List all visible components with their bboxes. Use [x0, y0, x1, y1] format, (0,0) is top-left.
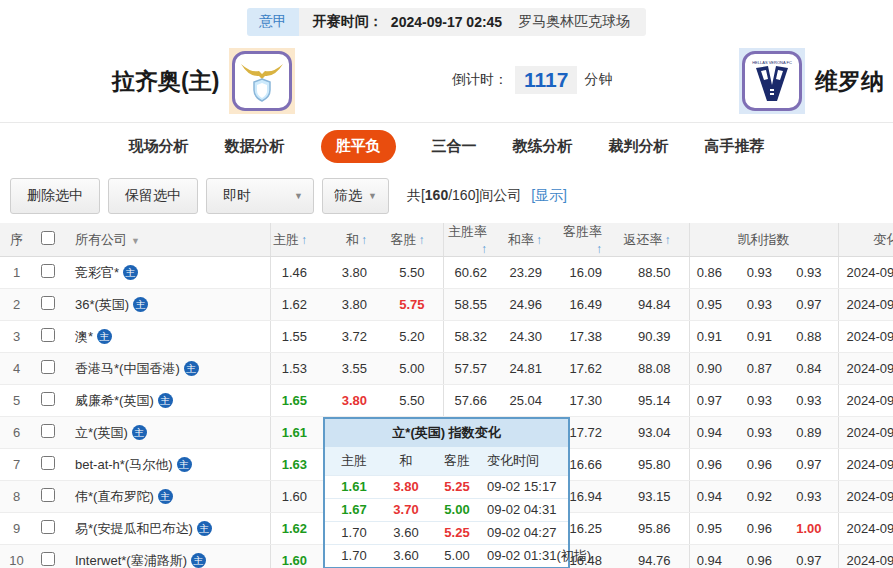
- return-rate-cell: 94.84: [620, 289, 689, 321]
- return-rate-cell: 93.04: [620, 417, 689, 449]
- kelly-away-cell: 0.97: [788, 545, 838, 568]
- host-badge-icon: 主: [177, 457, 192, 472]
- draw-odds-cell[interactable]: 3.80: [325, 385, 385, 417]
- tab-裁判分析[interactable]: 裁判分析: [609, 137, 669, 156]
- away-odds-cell[interactable]: 5.75: [385, 289, 443, 321]
- draw-rate-cell: 23.29: [505, 257, 560, 289]
- company-cell[interactable]: 澳*主: [63, 321, 270, 353]
- row-checkbox[interactable]: [41, 424, 55, 438]
- kelly-home-cell: 0.97: [689, 385, 738, 417]
- company-cell[interactable]: 36*(英国)主: [63, 289, 270, 321]
- draw-odds-cell[interactable]: 3.80: [325, 257, 385, 289]
- popup-away-odds: 5.25: [429, 521, 485, 544]
- home-odds-cell[interactable]: 1.60: [270, 481, 325, 513]
- table-row: 3 澳*主 1.55 3.72 5.20 58.32 24.30 17.38 9…: [0, 321, 893, 353]
- home-odds-cell[interactable]: 1.60: [270, 545, 325, 568]
- draw-odds-cell[interactable]: 3.55: [325, 353, 385, 385]
- draw-odds-cell[interactable]: 3.72: [325, 321, 385, 353]
- popup-home-odds: 1.67: [325, 498, 383, 521]
- draw-odds-cell[interactable]: 3.80: [325, 289, 385, 321]
- match-info-strip: 意甲 开赛时间： 2024-09-17 02:45 罗马奥林匹克球场: [0, 0, 893, 36]
- home-rate-cell: 60.62: [443, 257, 505, 289]
- sort-asc-icon: ↑: [536, 233, 542, 247]
- company-cell[interactable]: 竞彩官*主: [63, 257, 270, 289]
- tab-胜平负[interactable]: 胜平负: [321, 130, 396, 163]
- tab-高手推荐[interactable]: 高手推荐: [705, 137, 765, 156]
- header-away-rate[interactable]: 客胜率↑: [560, 223, 620, 257]
- select-all-checkbox[interactable]: [41, 231, 55, 245]
- header-away-odds[interactable]: 客胜↑: [385, 223, 443, 257]
- company-cell[interactable]: 香港马*(中国香港)主: [63, 353, 270, 385]
- draw-rate-cell: 24.96: [505, 289, 560, 321]
- home-odds-cell[interactable]: 1.55: [270, 321, 325, 353]
- row-checkbox[interactable]: [41, 456, 55, 470]
- change-time-cell: 2024-09-1: [838, 353, 893, 385]
- home-odds-cell[interactable]: 1.46: [270, 257, 325, 289]
- home-odds-cell[interactable]: 1.65: [270, 385, 325, 417]
- row-checkbox[interactable]: [41, 552, 55, 566]
- company-cell[interactable]: 威廉希*(英国)主: [63, 385, 270, 417]
- filter-label: 筛选: [334, 187, 362, 205]
- header-return-rate[interactable]: 返还率↑: [620, 223, 689, 257]
- popup-header-away: 客胜: [429, 447, 485, 475]
- show-link[interactable]: [显示]: [531, 187, 567, 203]
- host-badge-icon: 主: [158, 489, 173, 504]
- delete-selected-button[interactable]: 删除选中: [10, 178, 100, 214]
- home-odds-cell[interactable]: 1.53: [270, 353, 325, 385]
- away-rate-cell: 16.09: [560, 257, 620, 289]
- svg-text:HELLAS VERONA FC: HELLAS VERONA FC: [752, 60, 792, 65]
- popup-table: 主胜 和 客胜 变化时间 1.61 3.80 5.25 09-02 15:17 …: [325, 447, 568, 567]
- tab-三合一[interactable]: 三合一: [432, 137, 477, 156]
- row-checkbox-cell: [33, 385, 63, 417]
- away-odds-cell[interactable]: 5.00: [385, 353, 443, 385]
- away-team-group: HELLAS VERONA FC 维罗纳: [739, 48, 884, 114]
- popup-home-odds: 1.70: [325, 544, 383, 567]
- row-checkbox[interactable]: [41, 296, 55, 310]
- row-checkbox[interactable]: [41, 328, 55, 342]
- company-cell[interactable]: 伟*(直布罗陀)主: [63, 481, 270, 513]
- host-badge-icon: 主: [123, 265, 138, 280]
- header-home-rate[interactable]: 主胜率↑: [443, 223, 505, 257]
- popup-draw-odds: 3.70: [383, 498, 429, 521]
- row-checkbox[interactable]: [41, 488, 55, 502]
- company-cell[interactable]: bet-at-h*(马尔他)主: [63, 449, 270, 481]
- popup-home-odds: 1.70: [325, 521, 383, 544]
- kelly-draw-cell: 0.93: [738, 257, 788, 289]
- home-odds-cell[interactable]: 1.62: [270, 513, 325, 545]
- company-cell[interactable]: Interwet*(塞浦路斯)主: [63, 545, 270, 568]
- away-odds-cell[interactable]: 5.50: [385, 385, 443, 417]
- header-draw-rate[interactable]: 和率↑: [505, 223, 560, 257]
- kelly-away-cell: 0.97: [788, 289, 838, 321]
- sort-asc-icon: ↑: [361, 233, 367, 247]
- keep-selected-button[interactable]: 保留选中: [108, 178, 198, 214]
- header-home-odds[interactable]: 主胜↑: [270, 223, 325, 257]
- host-badge-icon: 主: [132, 425, 147, 440]
- tab-教练分析[interactable]: 教练分析: [513, 137, 573, 156]
- header-draw-odds[interactable]: 和↑: [325, 223, 385, 257]
- tab-现场分析[interactable]: 现场分析: [129, 137, 189, 156]
- company-cell[interactable]: 易*(安提瓜和巴布达)主: [63, 513, 270, 545]
- home-odds-cell[interactable]: 1.62: [270, 289, 325, 321]
- popup-change-time: 09-02 04:31: [485, 498, 568, 521]
- toolbar: 删除选中 保留选中 即时 ▼ 筛选 ▼ 共[160/160]间公司 [显示]: [0, 169, 893, 223]
- tab-数据分析[interactable]: 数据分析: [225, 137, 285, 156]
- home-odds-cell[interactable]: 1.63: [270, 449, 325, 481]
- row-checkbox[interactable]: [41, 360, 55, 374]
- filter-button[interactable]: 筛选 ▼: [322, 178, 389, 214]
- away-odds-cell[interactable]: 5.50: [385, 257, 443, 289]
- row-checkbox[interactable]: [41, 392, 55, 406]
- home-rate-cell: 58.55: [443, 289, 505, 321]
- home-team-group: 拉齐奥(主): [112, 48, 295, 114]
- change-time-cell: 2024-09-0: [838, 321, 893, 353]
- company-cell[interactable]: 立*(英国)主: [63, 417, 270, 449]
- home-odds-cell[interactable]: 1.61: [270, 417, 325, 449]
- header-seq: 序: [0, 223, 33, 257]
- time-filter-select[interactable]: 即时 ▼: [206, 178, 314, 214]
- row-checkbox[interactable]: [41, 264, 55, 278]
- return-rate-cell: 88.08: [620, 353, 689, 385]
- row-checkbox-cell: [33, 545, 63, 568]
- away-odds-cell[interactable]: 5.20: [385, 321, 443, 353]
- row-checkbox[interactable]: [41, 520, 55, 534]
- league-badge[interactable]: 意甲: [247, 8, 299, 36]
- header-company[interactable]: 所有公司▼: [63, 223, 270, 257]
